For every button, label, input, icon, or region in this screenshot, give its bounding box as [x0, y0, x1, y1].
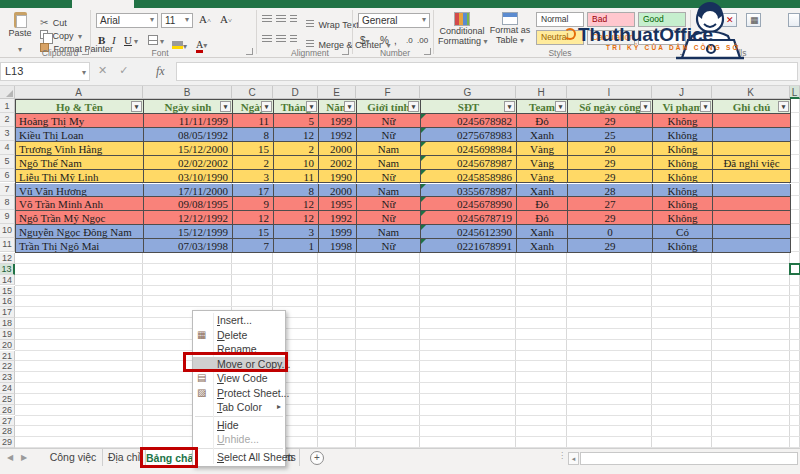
table-cell[interactable]: 9 [233, 197, 274, 211]
alignment-dialog-launcher[interactable] [342, 48, 349, 55]
row-header-17[interactable]: 17 [0, 307, 15, 318]
underline-button[interactable]: U [124, 34, 132, 46]
table-cell[interactable]: Không [653, 156, 713, 170]
table-cell[interactable]: Đỏ [517, 114, 568, 128]
row-header-5[interactable]: 5 [0, 155, 15, 169]
increase-decimal-button[interactable]: .0 [406, 36, 413, 45]
table-cell[interactable]: 0245612390 [421, 225, 517, 239]
row-header-19[interactable]: 19 [0, 329, 15, 340]
table-cell[interactable]: 1995 [319, 197, 357, 211]
table-cell[interactable]: 0245678987 [421, 156, 517, 170]
filter-button[interactable]: ▾ [131, 101, 142, 112]
format-cells-button[interactable]: ▦ [746, 13, 761, 27]
table-cell[interactable]: 3 [274, 225, 319, 239]
table-cell[interactable]: 29 [568, 211, 653, 225]
row-header-7[interactable]: 7 [0, 183, 15, 197]
grow-font-button[interactable]: A˄ [199, 13, 211, 25]
table-cell[interactable]: 1998 [319, 239, 357, 253]
table-cell[interactable]: 28 [568, 184, 653, 198]
tab-splitter-handle[interactable]: ⋮⋮ [558, 453, 564, 463]
table-cell[interactable]: 29 [568, 170, 653, 184]
table-cell[interactable]: 1999 [319, 114, 357, 128]
table-cell[interactable]: 12 [274, 197, 319, 211]
table-cell[interactable]: 11/11/1999 [144, 114, 233, 128]
table-cell[interactable]: Vàng [517, 156, 568, 170]
table-cell[interactable]: 15/12/2000 [144, 142, 233, 156]
selected-cell-L13[interactable] [789, 263, 800, 275]
table-cell[interactable]: 15 [233, 225, 274, 239]
number-format-combo[interactable]: General▾ [358, 13, 430, 28]
row-header-16[interactable]: 16 [0, 296, 15, 307]
cell-style-good[interactable]: Good [638, 12, 686, 27]
menu-item-select-all-sheets[interactable]: Select All Sheets [193, 450, 285, 465]
table-cell[interactable]: 12/12/1992 [144, 211, 233, 225]
row-header-20[interactable]: 20 [0, 340, 15, 351]
table-cell[interactable]: Võ Trần Minh Anh [16, 197, 144, 211]
table-cell[interactable]: Không [653, 239, 713, 253]
table-cell[interactable] [713, 128, 791, 142]
table-cell[interactable]: 2 [274, 142, 319, 156]
table-cell[interactable]: Nữ [357, 197, 421, 211]
row-header-12[interactable]: 12 [0, 253, 15, 264]
table-cell[interactable]: 02/02/2002 [144, 156, 233, 170]
row-header-9[interactable]: 9 [0, 210, 15, 224]
bold-button[interactable]: B [98, 34, 105, 46]
row-header-8[interactable]: 8 [0, 196, 15, 210]
menu-item-insert[interactable]: Insert... [193, 313, 285, 328]
column-header-C[interactable]: C [232, 86, 273, 99]
column-header-J[interactable]: J [652, 86, 712, 99]
column-header-I[interactable]: I [567, 86, 652, 99]
row-header-15[interactable]: 15 [0, 286, 15, 297]
menu-item-delete[interactable]: ▦Delete [193, 328, 285, 343]
table-cell[interactable]: Nữ [357, 239, 421, 253]
column-header-K[interactable]: K [712, 86, 790, 99]
table-cell[interactable]: Nữ [357, 128, 421, 142]
table-cell[interactable]: Không [653, 170, 713, 184]
table-cell[interactable]: 0245678990 [421, 197, 517, 211]
filter-button[interactable]: ▾ [778, 101, 789, 112]
table-cell[interactable]: 27 [568, 197, 653, 211]
table-cell[interactable]: 2000 [319, 142, 357, 156]
table-cell[interactable]: 07/03/1998 [144, 239, 233, 253]
table-cell[interactable]: 7 [233, 239, 274, 253]
accounting-format-button[interactable]: $▾ [360, 35, 370, 46]
table-cell[interactable]: 29 [568, 114, 653, 128]
table-cell[interactable]: 0221678991 [421, 239, 517, 253]
row-header-18[interactable]: 18 [0, 318, 15, 329]
row-header-11[interactable]: 11 [0, 238, 15, 252]
menu-item-view-code[interactable]: ▤View Code [193, 371, 285, 386]
column-header-L[interactable]: L [790, 86, 800, 99]
table-cell[interactable]: 3 [233, 170, 274, 184]
row-header-28[interactable]: 28 [0, 426, 15, 437]
paste-button[interactable]: Paste ▾ [6, 12, 34, 52]
row-header-10[interactable]: 10 [0, 224, 15, 238]
font-dialog-launcher[interactable] [246, 48, 253, 55]
column-header-D[interactable]: D [273, 86, 318, 99]
table-cell[interactable]: 17 [233, 184, 274, 198]
table-cell[interactable]: Nam [357, 225, 421, 239]
table-cell[interactable]: Xanh [517, 128, 568, 142]
styles-dialog-launcher[interactable] [680, 48, 687, 55]
table-cell[interactable]: Hoàng Thị My [16, 114, 144, 128]
new-sheet-button[interactable]: + [310, 451, 324, 465]
table-cell[interactable]: 08/05/1992 [144, 128, 233, 142]
table-cell[interactable]: Xanh [517, 184, 568, 198]
percent-style-button[interactable]: % [380, 35, 389, 46]
filter-button[interactable]: ▾ [408, 101, 419, 112]
table-cell[interactable]: 0355678987 [421, 184, 517, 198]
select-all-corner[interactable] [0, 86, 15, 99]
table-cell[interactable]: Ngô Thế Nam [16, 156, 144, 170]
table-cell[interactable] [713, 114, 791, 128]
table-cell[interactable]: Nam [357, 156, 421, 170]
table-cell[interactable] [713, 239, 791, 253]
table-cell[interactable]: 0245698984 [421, 142, 517, 156]
enter-icon[interactable]: ✓ [119, 64, 140, 76]
name-box[interactable]: L13 ▾ [0, 62, 90, 81]
align-top-icon[interactable] [262, 15, 272, 23]
table-cell[interactable]: Đỏ [517, 211, 568, 225]
table-cell[interactable]: Xanh [517, 225, 568, 239]
table-cell[interactable]: 1992 [319, 211, 357, 225]
row-header-29[interactable]: 29 [0, 437, 15, 448]
italic-button[interactable]: I [112, 34, 116, 46]
table-cell[interactable]: 0 [568, 225, 653, 239]
